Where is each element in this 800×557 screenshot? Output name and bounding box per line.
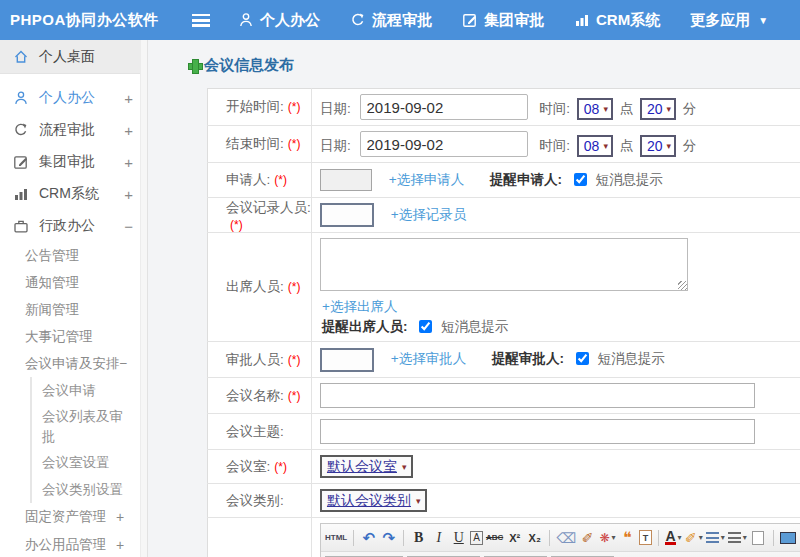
top-menu-more-apps[interactable]: 更多应用 ▼ — [690, 11, 768, 30]
toolbar-separator — [353, 530, 354, 546]
redo-icon[interactable]: ↷ — [380, 528, 397, 548]
expand-plus-icon[interactable]: + — [124, 122, 133, 139]
new-page-icon[interactable] — [750, 528, 767, 548]
sidebar-item-memorabilia-mgmt[interactable]: 大事记管理 — [25, 323, 147, 350]
sidebar-item-announcement-mgmt[interactable]: 公告管理 — [25, 242, 147, 269]
caret-down-icon: ▾ — [603, 141, 608, 151]
person-icon — [238, 12, 254, 28]
top-header: PHPOA协同办公软件 个人办公 流程审批 集团审批 — [0, 0, 800, 40]
end-hour-select[interactable]: 08▾ — [577, 135, 613, 157]
hamburger-menu-icon[interactable] — [192, 14, 210, 27]
row-applicant: 申请人:(*) +选择申请人 提醒申请人: 短消息提示 — [208, 163, 800, 198]
select-recorder-link[interactable]: +选择记录员 — [391, 207, 466, 222]
expand-plus-icon[interactable]: + — [124, 186, 133, 203]
top-menu-crm[interactable]: CRM系统 — [574, 11, 660, 30]
ordered-list-dropdown[interactable]: ▾ — [706, 528, 725, 548]
end-date-input[interactable] — [360, 131, 528, 157]
caret-down-icon: ▼ — [758, 15, 768, 26]
unordered-list-dropdown[interactable]: ▾ — [728, 528, 747, 548]
sidebar-item-desktop[interactable]: 个人桌面 — [0, 40, 147, 74]
top-menu-personal-office[interactable]: 个人办公 — [238, 11, 320, 30]
blockquote-icon[interactable]: ❝ — [619, 528, 636, 548]
font-style-button[interactable]: A — [470, 531, 483, 545]
html-source-button[interactable]: HTML — [325, 528, 347, 548]
sidebar-item-meeting-request-group[interactable]: 会议申请及安排− — [25, 350, 147, 377]
end-minute-select[interactable]: 20▾ — [640, 135, 676, 157]
select-approver-link[interactable]: +选择审批人 — [391, 351, 466, 366]
chart-icon — [574, 12, 590, 28]
caret-down-icon: ▾ — [612, 533, 616, 542]
italic-button[interactable]: I — [430, 528, 447, 548]
sidebar-item-news-mgmt[interactable]: 新闻管理 — [25, 296, 147, 323]
sidebar-item-meeting-list-approval[interactable]: 会议列表及审批 — [42, 404, 134, 449]
required-mark: (*) — [274, 173, 287, 187]
meeting-name-input[interactable] — [320, 383, 755, 408]
toolbar-separator — [549, 530, 550, 546]
strikethrough-button[interactable]: ABC — [486, 528, 503, 548]
paste-text-icon[interactable]: T — [639, 530, 652, 545]
caret-down-icon: ▾ — [743, 533, 747, 542]
required-mark: (*) — [288, 100, 301, 114]
editor-toolbar-row2: 自定义标题▾ 段落格式▾ 字体▾ 字号▾ ∞ ∞? — [321, 552, 800, 557]
expand-plus-icon[interactable]: + — [124, 90, 133, 107]
select-attendees-link[interactable]: +选择出席人 — [322, 298, 800, 316]
fullscreen-icon[interactable] — [780, 528, 797, 548]
row-attendees: 出席人员:(*) +选择出席人 提醒出席人员: 短消息提示 — [208, 233, 800, 342]
sidebar-item-fixed-assets-mgmt[interactable]: 固定资产管理 + — [25, 503, 147, 531]
font-color-dropdown[interactable]: A▾ — [665, 528, 682, 548]
sidebar-item-meeting-request[interactable]: 会议申请 — [42, 377, 147, 404]
meeting-room-select[interactable]: 默认会议室▾ — [320, 455, 413, 478]
approver-input[interactable] — [320, 348, 374, 372]
app-logo: PHPOA协同办公软件 — [0, 11, 192, 30]
editor-toolbar-row1: HTML ↶ ↷ B I U A ABC X² — [321, 524, 800, 552]
top-menu-group-approval[interactable]: 集团审批 — [462, 11, 544, 30]
sidebar-item-workflow-approval[interactable]: 流程审批 + — [0, 114, 147, 146]
sidebar-item-meeting-category-settings[interactable]: 会议类别设置 — [42, 476, 147, 503]
start-hour-select[interactable]: 08▾ — [577, 98, 613, 120]
start-date-input[interactable] — [360, 94, 528, 120]
superscript-button[interactable]: X² — [506, 528, 523, 548]
sidebar-item-personal-office[interactable]: 个人办公 + — [0, 82, 147, 114]
attendees-sms-checkbox[interactable] — [419, 320, 432, 333]
sidebar-item-crm[interactable]: CRM系统 + — [0, 178, 147, 210]
toolbar-separator — [403, 530, 404, 546]
row-meeting-room: 会议室:(*) 默认会议室▾ — [208, 450, 800, 484]
approver-sms-checkbox[interactable] — [576, 352, 589, 365]
chart-icon — [13, 186, 30, 202]
expand-plus-icon[interactable]: + — [124, 154, 133, 171]
meeting-category-select[interactable]: 默认会议类别▾ — [320, 489, 427, 512]
resize-handle[interactable] — [678, 281, 687, 290]
sidebar-item-office-supplies-mgmt[interactable]: 办公用品管理 + — [25, 531, 147, 557]
required-mark: (*) — [288, 280, 301, 294]
sidebar-item-notice-mgmt[interactable]: 通知管理 — [25, 269, 147, 296]
applicant-input[interactable] — [320, 169, 372, 191]
auto-typeset-dropdown[interactable]: ❋▾ — [599, 528, 616, 548]
format-painter-icon[interactable]: ✐ — [579, 528, 596, 548]
applicant-sms-checkbox[interactable] — [574, 173, 587, 186]
undo-icon[interactable]: ↶ — [360, 528, 377, 548]
add-plus-icon — [188, 59, 201, 72]
caret-down-icon: ▾ — [667, 141, 672, 151]
highlight-dropdown[interactable]: ✐▾ — [685, 528, 703, 548]
subscript-button[interactable]: X₂ — [526, 528, 543, 548]
eraser-icon[interactable]: ⌫ — [556, 528, 576, 548]
underline-button[interactable]: U — [450, 528, 467, 548]
collapse-minus-icon: − — [120, 356, 128, 371]
bold-button[interactable]: B — [410, 528, 427, 548]
sidebar-item-admin-office[interactable]: 行政办公 − — [0, 210, 147, 242]
collapse-minus-icon[interactable]: − — [124, 218, 133, 235]
sidebar-item-meeting-room-settings[interactable]: 会议室设置 — [42, 449, 147, 476]
meeting-submenu: 会议申请 会议列表及审批 会议室设置 会议类别设置 — [30, 377, 147, 503]
sidebar-item-group-approval[interactable]: 集团审批 + — [0, 146, 147, 178]
row-recorder: 会议记录人员:(*) +选择记录员 — [208, 198, 800, 233]
meeting-subject-input[interactable] — [320, 419, 755, 444]
attendees-textarea[interactable] — [320, 238, 688, 291]
row-end-time: 结束时间:(*) 日期: 时间: 08▾ 点 20▾ 分 — [208, 126, 800, 163]
flow-icon — [13, 122, 30, 138]
select-applicant-link[interactable]: +选择申请人 — [389, 172, 464, 187]
caret-down-icon: ▾ — [603, 104, 608, 114]
start-minute-select[interactable]: 20▾ — [640, 98, 676, 120]
sidebar-scrollbar[interactable] — [140, 40, 147, 557]
recorder-input[interactable] — [320, 203, 374, 227]
top-menu-workflow-approval[interactable]: 流程审批 — [350, 11, 432, 30]
